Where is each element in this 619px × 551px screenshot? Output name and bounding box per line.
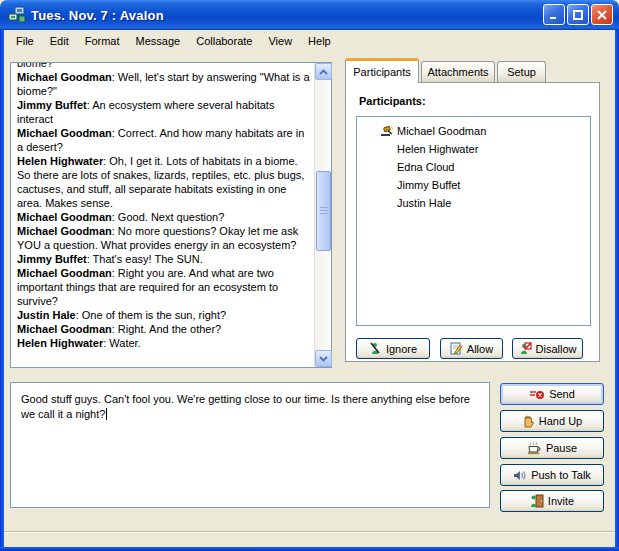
tab-setup[interactable]: Setup [497,61,546,82]
hand-up-button[interactable]: Hand Up [500,410,604,432]
disallow-button[interactable]: Disallow [512,338,583,359]
window-border-bottom [0,547,619,551]
window-title: Tues. Nov. 7 : Avalon [31,8,164,23]
tab-attachments[interactable]: Attachments [421,61,495,82]
chat-message: Helen Highwater: Water. [17,336,311,350]
minimize-button[interactable] [543,4,565,25]
chat-message: Michael Goodman: Good. Next question? [17,210,311,224]
hand-up-icon [522,414,535,428]
chat-message: Helen Highwater: Oh, I get it. Lots of h… [17,154,311,210]
menu-collaborate[interactable]: Collaborate [188,33,260,49]
chat-message: Michael Goodman: No more questions? Okay… [17,224,311,252]
message-input-text: Good stuff guys. Can't fool you. We're g… [21,393,470,420]
transcript-scrollbar[interactable] [314,63,331,367]
list-item: Justin Hale [357,194,590,212]
message-input[interactable]: Good stuff guys. Can't fool you. We're g… [10,382,490,508]
participant-name[interactable]: Helen Highwater [397,143,478,155]
scroll-down-icon [319,356,328,362]
scrollbar-grip [320,207,328,215]
text-caret [106,408,107,420]
participant-name[interactable]: Justin Hale [397,197,451,209]
participants-list[interactable]: Michael Goodman Helen Highwater Edna Clo… [356,116,591,326]
disallow-icon [519,342,532,355]
chat-message: Michael Goodman: Correct. And how many h… [17,126,311,154]
menu-edit[interactable]: Edit [42,33,77,49]
push-to-talk-button[interactable]: Push to Talk [500,464,604,486]
status-bar [4,531,615,547]
scroll-down-button[interactable] [315,350,332,367]
list-item: Helen Highwater [357,140,590,158]
list-item: Edna Cloud [357,158,590,176]
scrollbar-thumb[interactable] [316,171,331,251]
close-button[interactable] [591,4,613,25]
pause-coffee-icon [527,441,542,455]
participants-heading: Participants: [359,95,426,107]
chat-message: Jimmy Buffet: That's easy! The SUN. [17,252,311,266]
window-border-left [0,28,4,551]
menu-file[interactable]: File [8,33,42,49]
scroll-up-button[interactable] [315,63,332,80]
participants-panel: Participants: Michael Goodman Helen High… [345,82,600,362]
chat-transcript-text: biome? Michael Goodman: Well, let's star… [11,63,314,367]
menu-format[interactable]: Format [77,33,128,49]
menu-help[interactable]: Help [300,33,339,49]
window-border-right [615,28,619,551]
allow-button[interactable]: Allow [440,338,503,359]
allow-icon [450,342,463,355]
chat-app-window: Tues. Nov. 7 : Avalon File Edit Format M… [0,0,619,551]
ignore-icon [369,342,382,355]
send-icon [529,388,545,401]
invite-door-icon [530,494,544,508]
close-icon [596,9,608,21]
menu-view[interactable]: View [260,33,300,49]
chat-message: Michael Goodman: Right. And the other? [17,322,311,336]
scroll-up-icon [319,69,328,75]
invite-button[interactable]: Invite [500,490,604,512]
pause-button[interactable]: Pause [500,437,604,459]
list-item: Michael Goodman [357,122,590,140]
participant-name[interactable]: Michael Goodman [397,125,486,137]
moderator-gavel-icon [380,125,397,137]
ignore-button[interactable]: Ignore [356,338,430,359]
chat-message: Jimmy Buffet: An ecosystem where several… [17,98,311,126]
tab-participants[interactable]: Participants [345,58,419,83]
participant-name[interactable]: Edna Cloud [397,161,455,173]
maximize-button[interactable] [567,4,589,25]
maximize-icon [572,9,584,21]
chat-message: Michael Goodman: Well, let's start by an… [17,70,311,98]
chat-message: Michael Goodman: Right you are. And what… [17,266,311,308]
app-icon [8,6,26,24]
send-button[interactable]: Send [500,383,604,405]
list-item: Jimmy Buffet [357,176,590,194]
chat-message: Justin Hale: One of them is the sun, rig… [17,308,311,322]
title-bar[interactable]: Tues. Nov. 7 : Avalon [0,0,619,30]
minimize-icon [548,9,560,21]
participant-name[interactable]: Jimmy Buffet [397,179,460,191]
chat-message: biome? [17,63,311,70]
menu-bar: File Edit Format Message Collaborate Vie… [4,30,615,51]
push-to-talk-speaker-icon [513,469,527,482]
menu-message[interactable]: Message [128,33,189,49]
chat-transcript[interactable]: biome? Michael Goodman: Well, let's star… [10,62,332,368]
